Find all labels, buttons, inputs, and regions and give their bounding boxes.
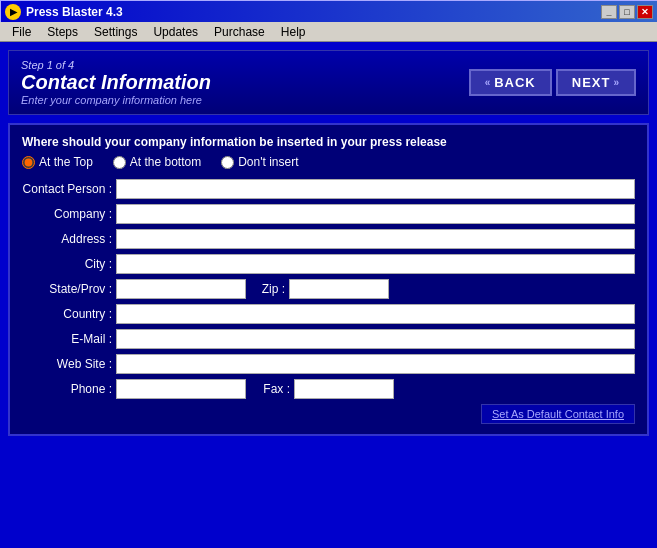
- app-title: Press Blaster 4.3: [26, 5, 123, 19]
- next-label: NEXT: [572, 75, 611, 90]
- city-input[interactable]: [116, 254, 635, 274]
- address-row: Address :: [22, 229, 635, 249]
- next-button[interactable]: NEXT »: [556, 69, 636, 96]
- address-label: Address :: [22, 232, 112, 246]
- title-bar-left: ▶ Press Blaster 4.3: [5, 4, 123, 20]
- back-label: BACK: [494, 75, 536, 90]
- state-zip-row: State/Prov : Zip :: [22, 279, 635, 299]
- website-input[interactable]: [116, 354, 635, 374]
- radio-bottom-input[interactable]: [113, 156, 126, 169]
- page-subtitle: Enter your company information here: [21, 94, 211, 106]
- city-label: City :: [22, 257, 112, 271]
- form-grid: Contact Person : Company : Address : Cit…: [22, 179, 635, 399]
- back-arrow: «: [485, 77, 492, 88]
- company-input[interactable]: [116, 204, 635, 224]
- company-row: Company :: [22, 204, 635, 224]
- next-arrow: »: [613, 77, 620, 88]
- zip-input[interactable]: [289, 279, 389, 299]
- phone-fax-row: Phone : Fax :: [22, 379, 635, 399]
- city-row: City :: [22, 254, 635, 274]
- set-default-button[interactable]: Set As Default Contact Info: [481, 404, 635, 424]
- email-row: E-Mail :: [22, 329, 635, 349]
- address-input[interactable]: [116, 229, 635, 249]
- email-input[interactable]: [116, 329, 635, 349]
- insert-question: Where should your company information be…: [22, 135, 635, 149]
- minimize-button[interactable]: _: [601, 5, 617, 19]
- country-input[interactable]: [116, 304, 635, 324]
- radio-none[interactable]: Don't insert: [221, 155, 298, 169]
- radio-none-label: Don't insert: [238, 155, 298, 169]
- back-button[interactable]: « BACK: [469, 69, 552, 96]
- phone-label: Phone :: [22, 382, 112, 396]
- header-left: Step 1 of 4 Contact Information Enter yo…: [21, 59, 211, 106]
- page-title: Contact Information: [21, 71, 211, 94]
- fax-label: Fax :: [250, 382, 290, 396]
- country-row: Country :: [22, 304, 635, 324]
- radio-bottom-label: At the bottom: [130, 155, 201, 169]
- contact-person-input[interactable]: [116, 179, 635, 199]
- title-controls: _ □ ✕: [601, 5, 653, 19]
- radio-group: At the Top At the bottom Don't insert: [22, 155, 635, 169]
- menu-purchase[interactable]: Purchase: [206, 23, 273, 41]
- contact-person-label: Contact Person :: [22, 182, 112, 196]
- website-row: Web Site :: [22, 354, 635, 374]
- radio-top-label: At the Top: [39, 155, 93, 169]
- radio-none-input[interactable]: [221, 156, 234, 169]
- radio-top-input[interactable]: [22, 156, 35, 169]
- close-button[interactable]: ✕: [637, 5, 653, 19]
- menu-steps[interactable]: Steps: [39, 23, 86, 41]
- header-right: « BACK NEXT »: [469, 69, 636, 96]
- content-area: Where should your company information be…: [8, 123, 649, 436]
- country-label: Country :: [22, 307, 112, 321]
- fax-input[interactable]: [294, 379, 394, 399]
- bottom-row: Set As Default Contact Info: [22, 404, 635, 424]
- state-input[interactable]: [116, 279, 246, 299]
- title-bar: ▶ Press Blaster 4.3 _ □ ✕: [0, 0, 657, 22]
- menu-file[interactable]: File: [4, 23, 39, 41]
- state-label: State/Prov :: [22, 282, 112, 296]
- menu-bar: File Steps Settings Updates Purchase Hel…: [0, 22, 657, 42]
- step-indicator: Step 1 of 4: [21, 59, 211, 71]
- radio-bottom[interactable]: At the bottom: [113, 155, 201, 169]
- company-label: Company :: [22, 207, 112, 221]
- app-icon: ▶: [5, 4, 21, 20]
- maximize-button[interactable]: □: [619, 5, 635, 19]
- menu-settings[interactable]: Settings: [86, 23, 145, 41]
- email-label: E-Mail :: [22, 332, 112, 346]
- menu-updates[interactable]: Updates: [145, 23, 206, 41]
- contact-person-row: Contact Person :: [22, 179, 635, 199]
- phone-input[interactable]: [116, 379, 246, 399]
- radio-top[interactable]: At the Top: [22, 155, 93, 169]
- main-window: Step 1 of 4 Contact Information Enter yo…: [0, 42, 657, 548]
- menu-help[interactable]: Help: [273, 23, 314, 41]
- website-label: Web Site :: [22, 357, 112, 371]
- zip-label: Zip :: [250, 282, 285, 296]
- header-section: Step 1 of 4 Contact Information Enter yo…: [8, 50, 649, 115]
